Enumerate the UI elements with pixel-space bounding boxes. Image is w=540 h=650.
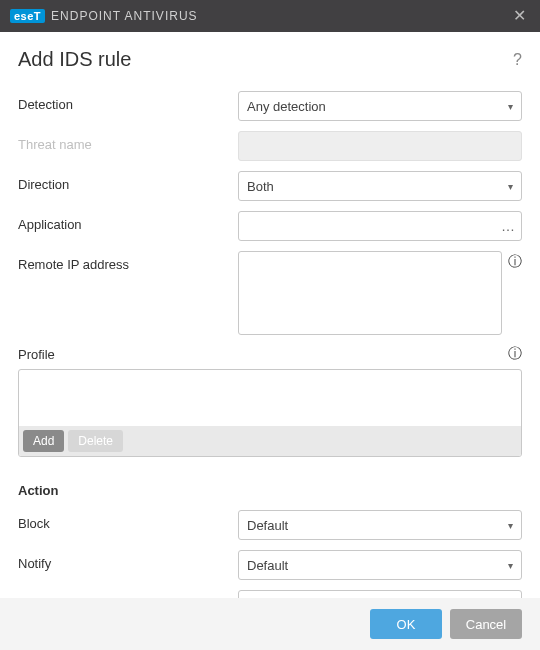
label-direction: Direction [18,171,238,192]
label-detection: Detection [18,91,238,112]
profile-buttons: Add Delete [19,426,521,456]
cancel-button[interactable]: Cancel [450,609,522,639]
header-row: Add IDS rule ? [18,48,522,71]
label-threat-name: Threat name [18,131,238,152]
row-detection: Detection Any detection ▾ [18,91,522,121]
add-button[interactable]: Add [23,430,64,452]
profile-section: Profile ⓘ Add Delete [18,345,522,457]
chevron-down-icon: ▾ [508,520,513,531]
info-icon[interactable]: ⓘ [508,251,522,271]
direction-select[interactable]: Both ▾ [238,171,522,201]
content: Add IDS rule ? Detection Any detection ▾… [0,32,540,620]
help-icon[interactable]: ? [513,51,522,69]
block-select[interactable]: Default ▾ [238,510,522,540]
row-notify: Notify Default ▾ [18,550,522,580]
titlebar: eseT ENDPOINT ANTIVIRUS ✕ [0,0,540,32]
row-remote-ip: Remote IP address ⓘ [18,251,522,335]
detection-value: Any detection [247,99,326,114]
label-notify: Notify [18,550,238,571]
close-icon[interactable]: ✕ [509,8,530,24]
application-input[interactable] [238,211,522,241]
remote-ip-input[interactable] [238,251,502,335]
label-application: Application [18,211,238,232]
block-value: Default [247,518,288,533]
action-heading: Action [18,483,522,498]
ok-button[interactable]: OK [370,609,442,639]
label-remote-ip: Remote IP address [18,251,238,272]
notify-select[interactable]: Default ▾ [238,550,522,580]
brand-text: ENDPOINT ANTIVIRUS [51,9,197,23]
chevron-down-icon: ▾ [508,181,513,192]
row-block: Block Default ▾ [18,510,522,540]
direction-value: Both [247,179,274,194]
profile-list[interactable] [19,370,521,426]
page-title: Add IDS rule [18,48,131,71]
brand-logo: eseT ENDPOINT ANTIVIRUS [10,9,198,23]
notify-value: Default [247,558,288,573]
profile-box: Add Delete [18,369,522,457]
row-direction: Direction Both ▾ [18,171,522,201]
chevron-down-icon: ▾ [508,560,513,571]
info-icon[interactable]: ⓘ [508,345,522,363]
row-application: Application … [18,211,522,241]
footer: OK Cancel [0,598,540,650]
label-block: Block [18,510,238,531]
detection-select[interactable]: Any detection ▾ [238,91,522,121]
chevron-down-icon: ▾ [508,101,513,112]
browse-icon[interactable]: … [501,218,516,234]
row-threat-name: Threat name [18,131,522,161]
label-profile: Profile [18,347,502,362]
delete-button[interactable]: Delete [68,430,123,452]
threat-name-input [238,131,522,161]
brand-badge: eseT [10,9,45,23]
